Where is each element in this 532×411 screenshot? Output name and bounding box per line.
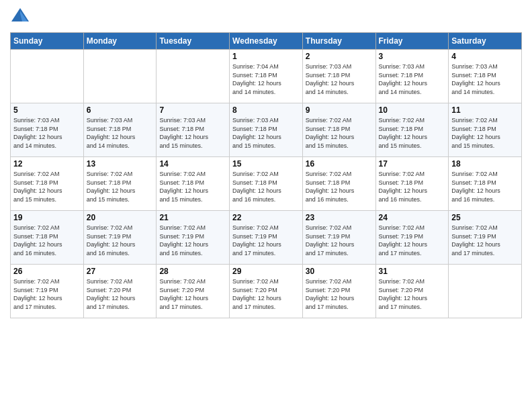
calendar-header-row: SundayMondayTuesdayWednesdayThursdayFrid… — [11, 33, 522, 50]
day-info: Sunrise: 7:02 AMSunset: 7:20 PMDaylight:… — [87, 277, 154, 311]
header — [10, 7, 522, 27]
calendar-weekday-sunday: Sunday — [11, 33, 84, 50]
calendar-cell: 17Sunrise: 7:02 AMSunset: 7:18 PMDayligh… — [375, 157, 449, 211]
day-number: 27 — [87, 267, 154, 276]
calendar-week-row: 26Sunrise: 7:02 AMSunset: 7:19 PMDayligh… — [11, 265, 522, 318]
day-info: Sunrise: 7:02 AMSunset: 7:20 PMDaylight:… — [306, 277, 373, 311]
day-number: 21 — [159, 213, 226, 222]
calendar-weekday-thursday: Thursday — [302, 33, 375, 50]
day-number: 23 — [306, 213, 373, 222]
day-info: Sunrise: 7:03 AMSunset: 7:18 PMDaylight:… — [306, 62, 373, 96]
calendar-cell: 21Sunrise: 7:02 AMSunset: 7:19 PMDayligh… — [157, 211, 230, 265]
calendar-week-row: 1Sunrise: 7:04 AMSunset: 7:18 PMDaylight… — [11, 50, 522, 103]
calendar-week-row: 12Sunrise: 7:02 AMSunset: 7:18 PMDayligh… — [11, 157, 522, 211]
day-info: Sunrise: 7:02 AMSunset: 7:19 PMDaylight:… — [13, 277, 81, 311]
calendar-cell: 9Sunrise: 7:02 AMSunset: 7:18 PMDaylight… — [302, 103, 375, 157]
calendar-weekday-tuesday: Tuesday — [157, 33, 230, 50]
day-info: Sunrise: 7:03 AMSunset: 7:18 PMDaylight:… — [379, 62, 446, 96]
calendar-cell: 2Sunrise: 7:03 AMSunset: 7:18 PMDaylight… — [302, 50, 375, 103]
calendar-cell — [157, 50, 230, 103]
calendar-cell: 7Sunrise: 7:03 AMSunset: 7:18 PMDaylight… — [157, 103, 230, 157]
calendar-cell — [83, 50, 157, 103]
calendar-cell: 5Sunrise: 7:03 AMSunset: 7:18 PMDaylight… — [11, 103, 84, 157]
day-info: Sunrise: 7:02 AMSunset: 7:18 PMDaylight:… — [13, 170, 81, 203]
calendar-cell: 12Sunrise: 7:02 AMSunset: 7:18 PMDayligh… — [11, 157, 84, 211]
day-info: Sunrise: 7:02 AMSunset: 7:20 PMDaylight:… — [159, 277, 226, 311]
day-number: 20 — [87, 213, 154, 222]
calendar-cell: 31Sunrise: 7:02 AMSunset: 7:20 PMDayligh… — [375, 265, 449, 318]
day-info: Sunrise: 7:02 AMSunset: 7:19 PMDaylight:… — [306, 224, 373, 257]
calendar-cell: 8Sunrise: 7:03 AMSunset: 7:18 PMDaylight… — [230, 103, 303, 157]
day-number: 11 — [451, 105, 519, 115]
day-info: Sunrise: 7:02 AMSunset: 7:18 PMDaylight:… — [13, 224, 81, 257]
day-number: 30 — [306, 267, 373, 276]
calendar-cell: 28Sunrise: 7:02 AMSunset: 7:20 PMDayligh… — [157, 265, 230, 318]
day-number: 24 — [379, 213, 446, 222]
day-number: 12 — [13, 159, 81, 169]
day-info: Sunrise: 7:02 AMSunset: 7:18 PMDaylight:… — [232, 170, 300, 203]
calendar-cell: 4Sunrise: 7:03 AMSunset: 7:18 PMDaylight… — [449, 50, 522, 103]
day-info: Sunrise: 7:02 AMSunset: 7:18 PMDaylight:… — [451, 116, 519, 150]
calendar-week-row: 19Sunrise: 7:02 AMSunset: 7:18 PMDayligh… — [11, 211, 522, 265]
calendar-cell — [11, 50, 84, 103]
day-number: 29 — [232, 267, 300, 276]
day-number: 26 — [13, 267, 81, 276]
day-info: Sunrise: 7:02 AMSunset: 7:19 PMDaylight:… — [159, 224, 226, 257]
day-number: 7 — [159, 105, 226, 115]
day-number: 31 — [379, 267, 446, 276]
calendar-cell: 18Sunrise: 7:02 AMSunset: 7:18 PMDayligh… — [449, 157, 522, 211]
calendar-cell: 14Sunrise: 7:02 AMSunset: 7:18 PMDayligh… — [157, 157, 230, 211]
day-info: Sunrise: 7:03 AMSunset: 7:18 PMDaylight:… — [232, 116, 300, 150]
day-number: 16 — [306, 159, 373, 169]
calendar-cell: 6Sunrise: 7:03 AMSunset: 7:18 PMDaylight… — [83, 103, 157, 157]
calendar-cell: 25Sunrise: 7:02 AMSunset: 7:19 PMDayligh… — [449, 211, 522, 265]
day-info: Sunrise: 7:02 AMSunset: 7:20 PMDaylight:… — [232, 277, 300, 311]
day-info: Sunrise: 7:02 AMSunset: 7:20 PMDaylight:… — [379, 277, 446, 311]
day-info: Sunrise: 7:02 AMSunset: 7:19 PMDaylight:… — [87, 224, 154, 257]
calendar-cell: 15Sunrise: 7:02 AMSunset: 7:18 PMDayligh… — [230, 157, 303, 211]
day-info: Sunrise: 7:02 AMSunset: 7:18 PMDaylight:… — [451, 170, 519, 203]
day-info: Sunrise: 7:02 AMSunset: 7:18 PMDaylight:… — [87, 170, 154, 203]
page: SundayMondayTuesdayWednesdayThursdayFrid… — [0, 0, 532, 411]
calendar-cell: 16Sunrise: 7:02 AMSunset: 7:18 PMDayligh… — [302, 157, 375, 211]
day-number: 13 — [87, 159, 154, 169]
calendar-cell — [449, 265, 522, 318]
day-info: Sunrise: 7:02 AMSunset: 7:18 PMDaylight:… — [379, 170, 446, 203]
calendar-cell: 29Sunrise: 7:02 AMSunset: 7:20 PMDayligh… — [230, 265, 303, 318]
calendar-cell: 30Sunrise: 7:02 AMSunset: 7:20 PMDayligh… — [302, 265, 375, 318]
calendar-weekday-wednesday: Wednesday — [230, 33, 303, 50]
svg-marker-0 — [11, 8, 29, 21]
day-info: Sunrise: 7:04 AMSunset: 7:18 PMDaylight:… — [232, 62, 300, 96]
calendar-cell: 20Sunrise: 7:02 AMSunset: 7:19 PMDayligh… — [83, 211, 157, 265]
calendar-weekday-monday: Monday — [83, 33, 157, 50]
calendar-cell: 26Sunrise: 7:02 AMSunset: 7:19 PMDayligh… — [11, 265, 84, 318]
day-number: 25 — [451, 213, 519, 222]
day-info: Sunrise: 7:03 AMSunset: 7:18 PMDaylight:… — [451, 62, 519, 96]
calendar-cell: 19Sunrise: 7:02 AMSunset: 7:18 PMDayligh… — [11, 211, 84, 265]
day-info: Sunrise: 7:02 AMSunset: 7:18 PMDaylight:… — [379, 116, 446, 150]
logo-icon — [10, 7, 30, 27]
day-info: Sunrise: 7:02 AMSunset: 7:19 PMDaylight:… — [451, 224, 519, 257]
calendar-cell: 22Sunrise: 7:02 AMSunset: 7:19 PMDayligh… — [230, 211, 303, 265]
day-number: 18 — [451, 159, 519, 169]
day-info: Sunrise: 7:03 AMSunset: 7:18 PMDaylight:… — [87, 116, 154, 150]
day-number: 10 — [379, 105, 446, 115]
day-number: 4 — [451, 52, 519, 61]
calendar-table: SundayMondayTuesdayWednesdayThursdayFrid… — [10, 32, 522, 318]
day-number: 9 — [306, 105, 373, 115]
day-number: 28 — [159, 267, 226, 276]
day-info: Sunrise: 7:02 AMSunset: 7:19 PMDaylight:… — [232, 224, 300, 257]
day-number: 19 — [13, 213, 81, 222]
calendar-cell: 24Sunrise: 7:02 AMSunset: 7:19 PMDayligh… — [375, 211, 449, 265]
day-number: 8 — [232, 105, 300, 115]
day-number: 22 — [232, 213, 300, 222]
calendar-cell: 27Sunrise: 7:02 AMSunset: 7:20 PMDayligh… — [83, 265, 157, 318]
day-number: 17 — [379, 159, 446, 169]
calendar-cell: 10Sunrise: 7:02 AMSunset: 7:18 PMDayligh… — [375, 103, 449, 157]
day-number: 14 — [159, 159, 226, 169]
calendar-week-row: 5Sunrise: 7:03 AMSunset: 7:18 PMDaylight… — [11, 103, 522, 157]
day-info: Sunrise: 7:02 AMSunset: 7:19 PMDaylight:… — [379, 224, 446, 257]
calendar-cell: 13Sunrise: 7:02 AMSunset: 7:18 PMDayligh… — [83, 157, 157, 211]
day-info: Sunrise: 7:02 AMSunset: 7:18 PMDaylight:… — [306, 170, 373, 203]
calendar-cell: 11Sunrise: 7:02 AMSunset: 7:18 PMDayligh… — [449, 103, 522, 157]
